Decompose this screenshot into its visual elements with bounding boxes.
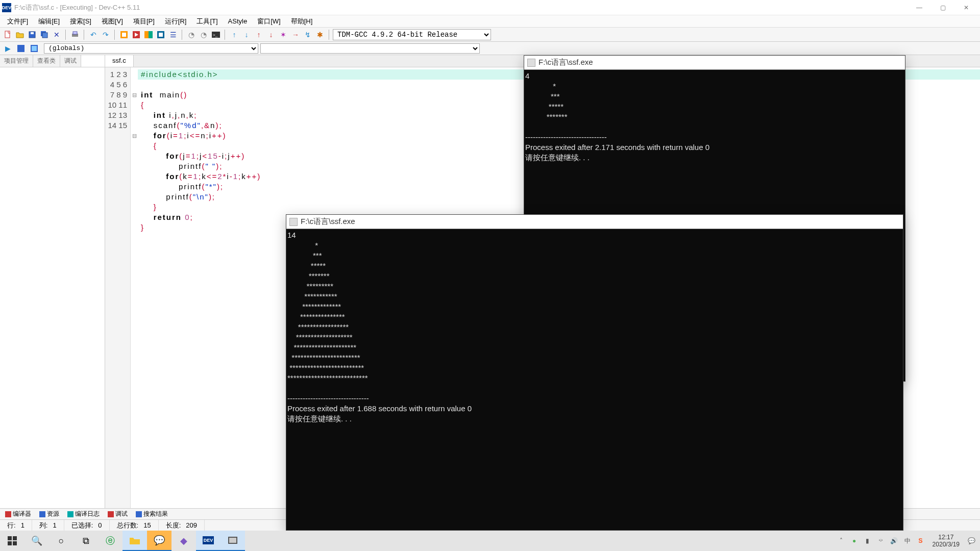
compiler-selector[interactable]: TDM-GCC 4.9.2 64-bit Release <box>333 29 491 40</box>
menu-search[interactable]: 搜索[S] <box>65 16 96 27</box>
svg-rect-6 <box>73 32 77 34</box>
svg-rect-22 <box>8 541 12 545</box>
step-over-button[interactable]: ↑ <box>229 29 240 40</box>
bottom-tab-debug[interactable]: 调试 <box>105 509 131 519</box>
save-all-button[interactable] <box>39 29 50 40</box>
taskbar-wechat[interactable]: 💬 <box>147 531 172 551</box>
tray-sogou-icon[interactable]: S <box>916 537 925 544</box>
step-out-button[interactable]: ↑ <box>253 29 264 40</box>
stop-debug-button[interactable]: ✶ <box>278 29 289 40</box>
taskview-button[interactable]: ⧉ <box>74 531 98 551</box>
step-into-button[interactable]: ↓ <box>241 29 252 40</box>
open-file-button[interactable] <box>14 29 26 40</box>
svg-rect-12 <box>149 31 153 38</box>
search-button[interactable]: 🔍 <box>24 531 49 551</box>
menu-view[interactable]: 视图[V] <box>96 16 128 27</box>
console-1-titlebar[interactable]: F:\c语言\ssf.exe <box>524 56 905 70</box>
close-file-button[interactable]: ✕ <box>51 29 62 40</box>
goto-decl-button[interactable]: ▶ <box>2 43 13 54</box>
bottom-tab-compiler[interactable]: 编译器 <box>2 509 34 519</box>
new-file-button[interactable] <box>2 29 13 40</box>
console-1-body: 4 * *** ***** ******* ------------------… <box>524 70 905 164</box>
start-button[interactable] <box>0 531 24 551</box>
file-tab-ssf[interactable]: ssf.c <box>105 55 134 67</box>
svg-rect-2 <box>31 32 34 34</box>
menu-tools[interactable]: 工具[T] <box>191 16 223 27</box>
bottom-tab-search[interactable]: 搜索结果 <box>133 509 171 519</box>
tray-expand-icon[interactable]: ˄ <box>837 537 846 544</box>
run-button[interactable] <box>131 29 142 40</box>
fold-column[interactable]: ⊟⊟ <box>131 67 138 508</box>
tray-notifications-icon[interactable]: 💬 <box>967 537 976 544</box>
cortana-button[interactable]: ○ <box>49 531 74 551</box>
cmd-button[interactable]: >_ <box>210 29 222 40</box>
maximize-button[interactable]: ▢ <box>931 0 954 15</box>
left-panel-tabs: 项目管理 查看类 调试 <box>0 55 105 67</box>
left-panel: 项目管理 查看类 调试 <box>0 55 105 508</box>
taskbar-console[interactable] <box>220 531 245 551</box>
menu-help[interactable]: 帮助[H] <box>286 16 318 27</box>
tray-onedrive-icon[interactable]: ● <box>850 537 859 544</box>
svg-rect-19 <box>32 46 37 51</box>
taskbar-ie[interactable]: ⓔ <box>98 531 122 551</box>
breakpoint-button[interactable]: ↯ <box>302 29 313 40</box>
tab-classes[interactable]: 查看类 <box>33 55 60 67</box>
windows-taskbar: 🔍 ○ ⧉ ⓔ 💬 ◆ DEV ˄ ● ▮ ⌔ 🔊 中 S 12:17 2020… <box>0 531 980 551</box>
print-button[interactable] <box>69 29 81 40</box>
taskbar-app1[interactable]: ◆ <box>172 531 196 551</box>
tray-ime-icon[interactable]: 中 <box>903 537 912 545</box>
globals-selector[interactable]: (globals) <box>44 43 258 54</box>
tab-project[interactable]: 项目管理 <box>0 55 33 67</box>
compile-button[interactable] <box>118 29 130 40</box>
remove-bps-button[interactable]: ✱ <box>314 29 326 40</box>
taskbar-clock[interactable]: 12:17 2020/3/19 <box>929 534 963 548</box>
taskbar-explorer[interactable] <box>122 531 147 551</box>
console-window-2[interactable]: F:\c语言\ssf.exe 14 * *** ***** ******* **… <box>286 214 903 531</box>
debug-button[interactable]: ☰ <box>167 29 179 40</box>
svg-text:>_: >_ <box>213 33 218 37</box>
menu-file[interactable]: 文件[F] <box>2 16 33 27</box>
compile-run-button[interactable] <box>143 29 154 40</box>
line-gutter: 1 2 3 4 5 6 7 8 9 10 11 12 13 14 15 <box>105 67 131 508</box>
undo-button[interactable]: ↶ <box>88 29 99 40</box>
minimize-button[interactable]: — <box>908 0 931 15</box>
continue-button[interactable]: ↓ <box>265 29 277 40</box>
console-icon <box>527 59 535 67</box>
tray-battery-icon[interactable]: ▮ <box>863 537 872 544</box>
bottom-tab-compile-log[interactable]: 编译日志 <box>64 509 103 519</box>
save-button[interactable] <box>27 29 38 40</box>
watch-button[interactable]: → <box>290 29 301 40</box>
console-2-titlebar[interactable]: F:\c语言\ssf.exe <box>286 215 903 229</box>
console-2-title: F:\c语言\ssf.exe <box>301 217 355 227</box>
bottom-tab-resources[interactable]: 资源 <box>36 509 62 519</box>
menu-window[interactable]: 窗口[W] <box>252 16 286 27</box>
toolbar-nav: ▶ (globals) <box>0 42 980 55</box>
svg-rect-25 <box>229 538 236 543</box>
console-icon <box>289 218 298 226</box>
tray-volume-icon[interactable]: 🔊 <box>890 537 899 544</box>
svg-rect-4 <box>42 33 47 38</box>
tab-debug[interactable]: 调试 <box>60 55 81 67</box>
svg-rect-14 <box>159 33 163 37</box>
taskbar-devcpp[interactable]: DEV <box>196 531 220 551</box>
rebuild-button[interactable] <box>155 29 166 40</box>
toolbar-main: ✕ ↶ ↷ ☰ ◔ ◔ >_ ↑ ↓ ↑ ↓ ✶ → ↯ ✱ TDM-GCC 4… <box>0 28 980 42</box>
menu-astyle[interactable]: AStyle <box>223 16 253 26</box>
function-selector[interactable] <box>260 43 480 54</box>
svg-rect-11 <box>144 31 149 38</box>
svg-rect-23 <box>13 541 17 545</box>
svg-rect-17 <box>17 45 24 52</box>
delete-profile-button[interactable]: ◔ <box>198 29 209 40</box>
console-1-title: F:\c语言\ssf.exe <box>538 58 593 67</box>
menu-edit[interactable]: 编辑[E] <box>33 16 65 27</box>
menu-run[interactable]: 运行[R] <box>160 16 192 27</box>
profile-button[interactable]: ◔ <box>186 29 197 40</box>
tray-wifi-icon[interactable]: ⌔ <box>876 537 886 544</box>
goto-header-button[interactable] <box>29 43 40 54</box>
goto-def-button[interactable] <box>15 43 27 54</box>
title-bar: DEV F:\c语言\ssf.c - [Executing] - Dev-C++… <box>0 0 980 15</box>
close-button[interactable]: ✕ <box>954 0 978 15</box>
menu-project[interactable]: 项目[P] <box>128 16 160 27</box>
menu-bar: 文件[F] 编辑[E] 搜索[S] 视图[V] 项目[P] 运行[R] 工具[T… <box>0 15 980 28</box>
redo-button[interactable]: ↷ <box>100 29 111 40</box>
